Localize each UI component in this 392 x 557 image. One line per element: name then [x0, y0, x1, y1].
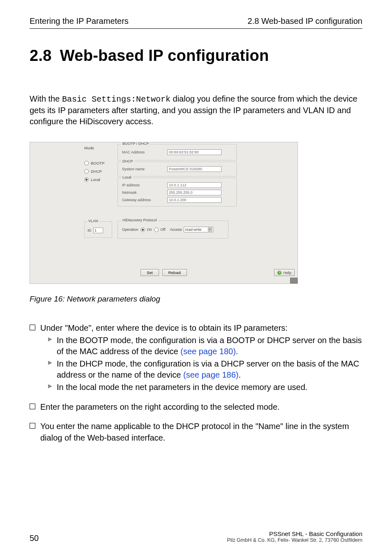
- figure-caption: Figure 16: Network parameters dialog: [30, 295, 362, 304]
- bootp-dhcp-legend: BOOTP / DHCP: [121, 142, 150, 146]
- triangle-bullet-icon: [48, 360, 53, 381]
- radio-local[interactable]: Local: [84, 177, 113, 182]
- task-1: Under "Mode", enter where the device is …: [30, 323, 362, 393]
- vlan-legend: VLAN: [87, 219, 99, 223]
- vlan-group: VLAN ID 1: [84, 221, 112, 238]
- netmask-label: Netmask: [122, 190, 137, 195]
- mac-field[interactable]: 00:80:63:51:82:80: [167, 149, 221, 155]
- hid-access-value: read-write: [185, 227, 201, 232]
- intro-mono: Basic Settings:Network: [62, 95, 171, 104]
- dialog-screenshot: Mode BOOTP DHCP Local BOOTP / DHCP MAC A…: [30, 142, 298, 284]
- sysname-field[interactable]: PowerMICE-518280: [167, 166, 221, 172]
- vlan-id-label: ID: [88, 228, 91, 232]
- radio-icon: [84, 177, 89, 182]
- footer-title: PSSnet SHL - Basic Configuration: [227, 530, 362, 537]
- task-2: Enter the parameters on the right accord…: [30, 402, 362, 413]
- radio-local-label: Local: [91, 177, 100, 182]
- help-label: Help: [283, 270, 291, 275]
- reload-button[interactable]: Reload: [162, 269, 187, 276]
- svg-marker-2: [48, 384, 52, 388]
- mac-label: MAC Address: [122, 150, 145, 154]
- help-button[interactable]: ? Help: [274, 269, 295, 276]
- intro-pre: With the: [30, 94, 62, 103]
- hidiscovery-legend: HiDiscovery Protocol: [121, 218, 158, 222]
- radio-bootp[interactable]: BOOTP: [84, 161, 113, 165]
- task-1c-text: In the local mode the net parameters in …: [57, 382, 307, 393]
- triangle-bullet-icon: [48, 383, 53, 393]
- resize-grip-icon: [290, 278, 297, 283]
- page-ref-180[interactable]: (see page 180): [180, 347, 236, 356]
- triangle-bullet-icon: [48, 337, 53, 357]
- task-3-text: You enter the name applicable to the DHC…: [40, 421, 362, 443]
- radio-icon: [84, 161, 89, 165]
- local-group: Local IP address 10.0.1.112 Netmask 255.…: [118, 178, 237, 207]
- intro-paragraph: With the Basic Settings:Network dialog y…: [30, 93, 362, 127]
- svg-marker-0: [48, 337, 52, 341]
- header-rule: [30, 28, 362, 29]
- dhcp-group: DHCP System name PowerMICE-518280: [118, 162, 237, 176]
- task-list: Under "Mode", enter where the device is …: [30, 323, 362, 443]
- vlan-id-field[interactable]: 1: [93, 227, 103, 233]
- dhcp-legend: DHCP: [121, 159, 134, 163]
- period: .: [239, 370, 241, 379]
- ip-field[interactable]: 10.0.1.112: [167, 182, 221, 188]
- hid-off-label: Off: [161, 227, 166, 232]
- hid-radio-off[interactable]: [154, 227, 159, 232]
- task-1a: In the BOOTP mode, the configuration is …: [48, 335, 362, 357]
- help-icon: ?: [277, 271, 281, 275]
- gateway-field[interactable]: 10.0.1.200: [167, 197, 221, 203]
- hid-radio-on[interactable]: [141, 227, 145, 232]
- page-number: 50: [30, 534, 39, 543]
- local-legend: Local: [121, 175, 133, 179]
- page-footer: 50 PSSnet SHL - Basic Configuration Pilz…: [30, 530, 362, 543]
- hid-op-label: Operation: [122, 227, 138, 232]
- chapter-heading: 2.8Web-based IP configuration: [30, 47, 362, 65]
- page-ref-186[interactable]: (see page 186): [183, 370, 239, 379]
- chapter-title-text: Web-based IP configuration: [60, 47, 269, 64]
- chapter-number: 2.8: [30, 47, 52, 64]
- radio-dhcp[interactable]: DHCP: [84, 169, 113, 174]
- figure-16: Mode BOOTP DHCP Local BOOTP / DHCP MAC A…: [30, 142, 362, 284]
- radio-dhcp-label: DHCP: [91, 169, 102, 174]
- task-1b: In the DHCP mode, the configuration is v…: [48, 358, 362, 381]
- checkbox-icon: [30, 423, 35, 429]
- hid-access-select[interactable]: read-write ▾: [184, 227, 213, 232]
- task-2-text: Enter the parameters on the right accord…: [40, 402, 362, 413]
- hid-on-label: On: [147, 227, 152, 232]
- mode-column: Mode BOOTP DHCP Local: [84, 146, 113, 186]
- set-button[interactable]: Set: [141, 269, 159, 276]
- task-1c: In the local mode the net parameters in …: [48, 382, 362, 393]
- footer-company: Pilz GmbH & Co. KG, Felix- Wankel Str. 2…: [227, 537, 362, 543]
- task-1-text: Under "Mode", enter where the device is …: [40, 323, 362, 334]
- hid-access-label: Access: [170, 227, 182, 232]
- bootp-dhcp-group: BOOTP / DHCP MAC Address 00:80:63:51:82:…: [118, 144, 237, 160]
- checkbox-icon: [30, 404, 35, 409]
- sysname-label: System name: [122, 167, 145, 171]
- task-3: You enter the name applicable to the DHC…: [30, 421, 362, 443]
- radio-bootp-label: BOOTP: [91, 161, 104, 165]
- hidiscovery-group: HiDiscovery Protocol Operation On Off Ac…: [118, 220, 228, 239]
- chevron-down-icon: ▾: [208, 227, 212, 232]
- period: .: [236, 347, 238, 356]
- netmask-field[interactable]: 255.255.255.0: [167, 190, 221, 195]
- mode-label: Mode: [84, 146, 113, 150]
- radio-icon: [84, 169, 89, 174]
- header-left: Entering the IP Parameters: [30, 16, 129, 26]
- svg-marker-1: [48, 361, 52, 365]
- checkbox-icon: [30, 325, 35, 330]
- ip-label: IP address: [122, 183, 140, 187]
- gateway-label: Gateway address: [122, 198, 151, 202]
- header-right: 2.8 Web-based IP configuration: [248, 16, 362, 26]
